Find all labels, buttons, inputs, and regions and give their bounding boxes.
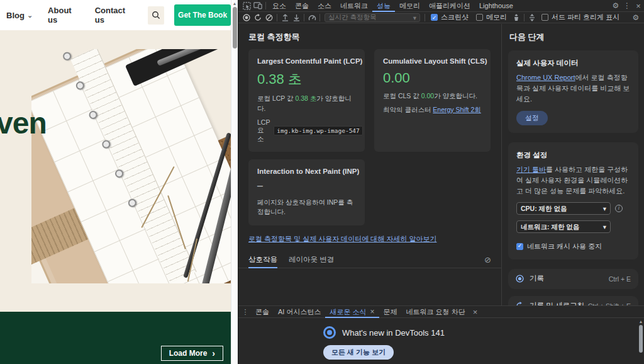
field-setup-button[interactable]: 설정 bbox=[516, 111, 548, 125]
local-metrics-title: 로컬 측정항목 bbox=[238, 24, 501, 49]
record-button[interactable]: 기록 Ctrl + E bbox=[508, 269, 638, 289]
load-profile-icon[interactable] bbox=[279, 13, 291, 23]
record-shortcut: Ctrl + E bbox=[609, 275, 631, 283]
chevron-down-icon: ⌄ bbox=[27, 12, 33, 18]
crux-link[interactable]: Chrome UX Report bbox=[516, 74, 575, 81]
search-button[interactable] bbox=[148, 6, 164, 25]
devtools-drawer: ⋮ 콘솔 AI 어시스턴스 새로운 소식 × 문제 네트워크 요청 차단 × W… bbox=[238, 305, 644, 364]
tab-sources[interactable]: 소스 bbox=[313, 0, 336, 12]
tab-memory[interactable]: 메모리 bbox=[395, 0, 425, 12]
screen: Blog ⌄ About us Contact us Get The Book bbox=[0, 0, 644, 364]
environment-title: 환경 설정 bbox=[516, 150, 630, 161]
get-the-book-button[interactable]: Get The Book bbox=[174, 4, 231, 26]
drawer-kebab-icon[interactable]: ⋮ bbox=[240, 307, 251, 317]
collect-garbage-icon[interactable] bbox=[511, 13, 522, 23]
lcp-element-label: LCP 요소 bbox=[257, 118, 270, 144]
load-more-button[interactable]: Load More › bbox=[161, 346, 223, 361]
checkbox-checked-icon[interactable]: ✓ bbox=[516, 243, 523, 250]
tab-network[interactable]: 네트워크 bbox=[336, 0, 372, 12]
local-metrics-panel: 로컬 측정항목 Largest Contentful Paint (LCP) 0… bbox=[238, 24, 501, 305]
tab-performance[interactable]: 성능 bbox=[372, 0, 395, 12]
tab-application[interactable]: 애플리케이션 bbox=[425, 0, 475, 12]
close-devtools-icon[interactable]: × bbox=[633, 1, 644, 11]
live-metrics-select[interactable]: 실시간 측정항목 ▾ bbox=[325, 13, 420, 22]
checkbox-unchecked-icon[interactable] bbox=[476, 14, 483, 21]
field-data-card: 실제 사용자 데이터 Chrome UX Report에서 로컬 측정항목과 실… bbox=[508, 50, 638, 133]
planner-photo bbox=[31, 49, 231, 283]
cls-cluster-link[interactable]: Energy Shift 2회 bbox=[433, 106, 480, 113]
cls-title: Cumulative Layout Shift (CLS) bbox=[383, 57, 482, 65]
drawer-scrollbar[interactable]: ▲ bbox=[637, 318, 644, 364]
third-party-label: 서드 파티 흐리게 표시 bbox=[552, 13, 619, 22]
drawer-tabbar: ⋮ 콘솔 AI 어시스턴스 새로운 소식 × 문제 네트워크 요청 차단 × bbox=[238, 306, 644, 318]
field-data-text: Chrome UX Report에서 로컬 측정항목과 실제 사용자 데이터를 … bbox=[516, 74, 630, 103]
drawer-tab-network-blocking[interactable]: 네트워크 요청 차단 bbox=[402, 306, 470, 318]
scrollbar-thumb[interactable] bbox=[639, 325, 643, 353]
cls-inline-value: 0.00 bbox=[421, 92, 434, 100]
panel-settings-gear-icon[interactable]: ⚙ bbox=[630, 13, 641, 23]
drawer-tab-console[interactable]: 콘솔 bbox=[251, 306, 274, 318]
learn-more-link[interactable]: 로컬 측정항목 및 실제 사용자 데이터에 대해 자세히 알아보기 bbox=[238, 225, 501, 244]
device-toolbar-icon[interactable] bbox=[252, 1, 264, 11]
screenshots-checkbox[interactable]: ✓ 스크린샷 bbox=[431, 13, 469, 22]
clear-log-icon[interactable]: ⊘ bbox=[484, 255, 491, 264]
divider bbox=[265, 2, 266, 9]
nav-item-blog[interactable]: Blog ⌄ bbox=[6, 11, 33, 20]
record-icon[interactable] bbox=[241, 13, 252, 23]
tab-lighthouse[interactable]: Lighthouse bbox=[475, 0, 518, 12]
cpu-throttle-row: CPU: 제한 없음 ▾ i bbox=[516, 202, 630, 215]
next-steps-sidebar: 다음 단계 실제 사용자 데이터 Chrome UX Report에서 로컬 측… bbox=[501, 24, 644, 305]
checkbox-checked-icon[interactable]: ✓ bbox=[431, 14, 438, 21]
network-throttle-select[interactable]: 네트워크: 제한 없음 ▾ bbox=[516, 220, 611, 233]
scrollbar-thumb[interactable] bbox=[233, 7, 237, 48]
lcp-element-link[interactable]: img.kb-img.wp-image-547 bbox=[274, 126, 363, 135]
close-drawer-icon[interactable]: × bbox=[470, 307, 481, 317]
memory-checkbox[interactable]: 메모리 bbox=[476, 13, 507, 22]
record-reload-button[interactable]: 기록 및 새로고침 Ctrl + Shift + E bbox=[508, 296, 638, 305]
site-footer: Load More › bbox=[0, 312, 231, 364]
dropdown-arrow-icon: ▾ bbox=[603, 203, 606, 213]
load-more-label: Load More bbox=[169, 349, 208, 358]
tab-interactions[interactable]: 상호작용 bbox=[248, 251, 277, 268]
scroll-up-icon[interactable]: ▲ bbox=[231, 0, 238, 6]
scroll-up-icon[interactable]: ▲ bbox=[637, 318, 644, 324]
record-reload-icon[interactable] bbox=[252, 13, 264, 23]
close-tab-icon[interactable]: × bbox=[370, 307, 375, 316]
inp-description: 페이지와 상호작용하여 INP를 측정합니다. bbox=[257, 198, 356, 218]
save-profile-icon[interactable] bbox=[291, 13, 302, 23]
nav-about-label: About us bbox=[48, 6, 80, 25]
cls-cluster-row: 최악의 클러스터 Energy Shift 2회 bbox=[383, 105, 482, 115]
nav-blog-label: Blog bbox=[6, 11, 25, 20]
expand-collapse-icon[interactable] bbox=[526, 13, 538, 23]
checkbox-unchecked-icon[interactable] bbox=[541, 14, 548, 21]
kebab-menu-icon[interactable]: ⋮ bbox=[621, 1, 633, 11]
third-party-checkbox[interactable]: 서드 파티 흐리게 표시 bbox=[541, 13, 619, 22]
inspect-element-icon[interactable] bbox=[241, 1, 252, 11]
nav-item-contact[interactable]: Contact us bbox=[95, 6, 133, 25]
inp-title: Interaction to Next Paint (INP) bbox=[257, 168, 356, 175]
drawer-tab-ai-assistance[interactable]: AI 어시스턴스 bbox=[274, 306, 325, 318]
live-metrics-icon[interactable] bbox=[306, 13, 318, 23]
settings-gear-icon[interactable]: ⚙ bbox=[610, 1, 621, 11]
tab-layout-shifts[interactable]: 레이아웃 변경 bbox=[289, 251, 334, 268]
tab-console[interactable]: 콘솔 bbox=[291, 0, 313, 12]
whats-new-title: What's new in DevTools 141 bbox=[342, 328, 445, 338]
devtools-tabbar: 요소 콘솔 소스 네트워크 성능 메모리 애플리케이션 Lighthouse ⚙… bbox=[238, 0, 644, 12]
drawer-tab-issues[interactable]: 문제 bbox=[379, 306, 402, 318]
see-all-features-button[interactable]: 모든 새 기능 보기 bbox=[323, 345, 394, 360]
page-scrollbar[interactable]: ▲ bbox=[231, 0, 238, 364]
field-data-title: 실제 사용자 데이터 bbox=[516, 58, 630, 69]
cpu-throttle-select[interactable]: CPU: 제한 없음 ▾ bbox=[516, 202, 611, 215]
cls-card: Cumulative Layout Shift (CLS) 0.00 로컬 CL… bbox=[374, 49, 491, 152]
info-icon[interactable]: i bbox=[615, 205, 623, 212]
device-toolbar-link[interactable]: 기기 툴바 bbox=[516, 166, 546, 173]
tab-elements[interactable]: 요소 bbox=[268, 0, 291, 12]
log-tabs: 상호작용 레이아웃 변경 ⊘ bbox=[238, 251, 501, 268]
nav-item-about[interactable]: About us bbox=[48, 6, 80, 25]
clear-icon[interactable] bbox=[264, 13, 275, 23]
inp-value: – bbox=[257, 180, 356, 191]
performance-main: 로컬 측정항목 Largest Contentful Paint (LCP) 0… bbox=[238, 24, 644, 305]
record-icon bbox=[516, 275, 524, 283]
disable-cache-checkbox[interactable]: ✓ 네트워크 캐시 사용 중지 bbox=[516, 241, 630, 252]
drawer-tab-whats-new[interactable]: 새로운 소식 × bbox=[325, 306, 379, 318]
